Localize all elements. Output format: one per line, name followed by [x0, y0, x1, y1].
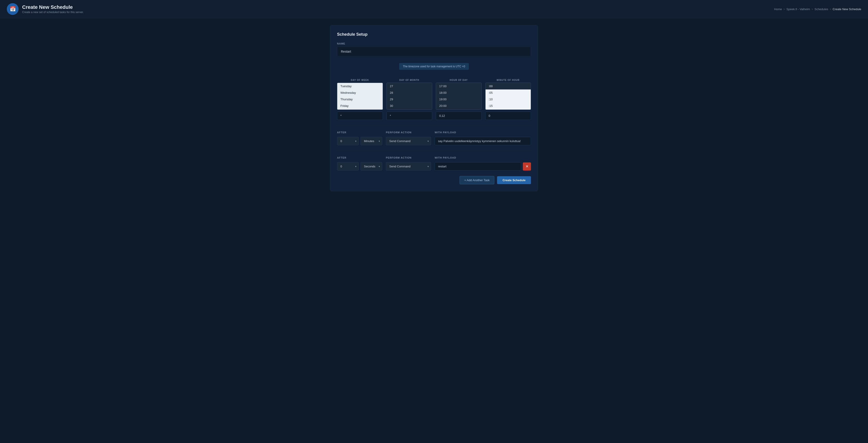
after-label-1: AFTER: [337, 131, 382, 134]
breadcrumb-sep-3: >: [830, 7, 831, 11]
create-schedule-button[interactable]: Create Schedule: [497, 176, 531, 184]
day-of-month-col: DAY OF MONTH 27 28 29 30 31: [386, 79, 432, 110]
name-input[interactable]: [337, 47, 531, 56]
list-item[interactable]: 21:00: [436, 109, 482, 110]
minute-of-hour-cron-input[interactable]: [485, 112, 531, 120]
payload-input-1[interactable]: [435, 137, 531, 145]
breadcrumb-server[interactable]: Speek.fi - Valheim: [786, 7, 810, 11]
cron-inputs: [337, 112, 531, 120]
hour-of-day-label: HOUR OF DAY: [436, 79, 482, 81]
minute-of-hour-col: MINUTE OF HOUR :00 :05 :10 :15 :20: [485, 79, 531, 110]
with-payload-label-2: WITH PAYLOAD: [435, 156, 531, 159]
list-item[interactable]: Tuesday: [337, 83, 383, 90]
task-row-labels-1: AFTER PERFORM ACTION WITH PAYLOAD: [337, 131, 531, 136]
day-of-week-label: DAY OF WEEK: [337, 79, 383, 81]
header-text: Create New Schedule Create a new set of …: [22, 4, 84, 14]
calendar-icon: 📅: [7, 3, 19, 15]
timezone-banner: The timezone used for task management is…: [399, 63, 469, 70]
list-item[interactable]: 27: [387, 83, 432, 90]
list-item[interactable]: :00: [486, 83, 531, 90]
list-item[interactable]: 28: [387, 90, 432, 96]
breadcrumb-sep-1: >: [783, 7, 785, 11]
list-item[interactable]: :10: [486, 96, 531, 103]
hour-of-day-cron-input[interactable]: [436, 112, 482, 120]
remove-task-button[interactable]: ✕: [523, 163, 531, 171]
list-item[interactable]: :15: [486, 103, 531, 109]
day-of-week-col: DAY OF WEEK Tuesday Wednesday Thursday F…: [337, 79, 383, 110]
after-label-2: AFTER: [337, 156, 382, 159]
name-field-group: NAME: [337, 42, 531, 56]
payload-group-1: [435, 137, 531, 145]
day-of-week-cron-input[interactable]: [337, 112, 383, 120]
timezone-wrap: The timezone used for task management is…: [337, 59, 531, 74]
payload-input-2[interactable]: [435, 162, 521, 171]
breadcrumb: Home > Speek.fi - Valheim > Schedules > …: [774, 7, 861, 11]
divider-1: [337, 125, 531, 126]
list-item[interactable]: 17:00: [436, 83, 482, 90]
with-payload-label-1: WITH PAYLOAD: [435, 131, 531, 134]
minute-of-hour-label: MINUTE OF HOUR: [485, 79, 531, 81]
card-title: Schedule Setup: [337, 32, 531, 37]
breadcrumb-current: Create New Schedule: [833, 7, 861, 11]
action-wrapper-2: Send Command Restart Server: [386, 162, 431, 171]
breadcrumb-sep-2: >: [811, 7, 813, 11]
day-of-week-list[interactable]: Tuesday Wednesday Thursday Friday Saturd…: [337, 83, 383, 110]
after-unit-select-2[interactable]: Seconds Minutes Hours: [361, 162, 382, 171]
after-value-wrapper-2: 0 5 10: [337, 162, 359, 171]
schedule-setup-card: Schedule Setup NAME The timezone used fo…: [330, 25, 538, 191]
after-value-select-1[interactable]: 0 5 10: [337, 137, 359, 145]
main-content: Schedule Setup NAME The timezone used fo…: [326, 18, 542, 198]
payload-group-2: ✕: [435, 162, 531, 171]
task-row-2: 0 5 10 Seconds Minutes Hours Send Comman…: [337, 162, 531, 171]
list-item[interactable]: 19:00: [436, 96, 482, 103]
after-unit-select-1[interactable]: Minutes Seconds Hours: [361, 137, 382, 145]
day-of-month-list[interactable]: 27 28 29 30 31: [386, 83, 432, 110]
list-item[interactable]: 31: [387, 109, 432, 110]
list-item[interactable]: 20:00: [436, 103, 482, 109]
perform-action-label-1: PERFORM ACTION: [386, 131, 431, 134]
task-row-1: 0 5 10 Minutes Seconds Hours Send Comman…: [337, 137, 531, 145]
after-group-2: 0 5 10 Seconds Minutes Hours: [337, 162, 382, 171]
action-select-2[interactable]: Send Command Restart Server: [386, 162, 431, 171]
breadcrumb-home[interactable]: Home: [774, 7, 782, 11]
hour-of-day-list[interactable]: 17:00 18:00 19:00 20:00 21:00: [436, 83, 482, 110]
list-item[interactable]: 29: [387, 96, 432, 103]
list-item[interactable]: Friday: [337, 103, 383, 109]
after-value-wrapper-1: 0 5 10: [337, 137, 359, 145]
perform-action-label-2: PERFORM ACTION: [386, 156, 431, 159]
page-title: Create New Schedule: [22, 4, 84, 10]
after-unit-wrapper-2: Seconds Minutes Hours: [361, 162, 382, 171]
day-of-month-cron-input[interactable]: [386, 112, 432, 120]
action-wrapper-1: Send Command Restart Server: [386, 137, 431, 145]
scheduler-grid: DAY OF WEEK Tuesday Wednesday Thursday F…: [337, 79, 531, 110]
day-of-month-label: DAY OF MONTH: [386, 79, 432, 81]
list-item[interactable]: Saturday: [337, 109, 383, 110]
page-subtitle: Create a new set of scheduled tasks for …: [22, 11, 84, 14]
after-group-1: 0 5 10 Minutes Seconds Hours: [337, 137, 382, 145]
task-row-labels-2: AFTER PERFORM ACTION WITH PAYLOAD: [337, 156, 531, 161]
hour-of-day-col: HOUR OF DAY 17:00 18:00 19:00 20:00 21:0…: [436, 79, 482, 110]
list-item[interactable]: :05: [486, 90, 531, 96]
minute-of-hour-list[interactable]: :00 :05 :10 :15 :20: [485, 83, 531, 110]
action-select-1[interactable]: Send Command Restart Server: [386, 137, 431, 145]
list-item[interactable]: Wednesday: [337, 90, 383, 96]
name-field-label: NAME: [337, 42, 531, 45]
footer-actions: + Add Another Task Create Schedule: [337, 176, 531, 184]
add-another-task-button[interactable]: + Add Another Task: [460, 176, 494, 184]
header-left: 📅 Create New Schedule Create a new set o…: [7, 3, 84, 15]
list-item[interactable]: 18:00: [436, 90, 482, 96]
after-value-select-2[interactable]: 0 5 10: [337, 162, 359, 171]
list-item[interactable]: Thursday: [337, 96, 383, 103]
after-unit-wrapper-1: Minutes Seconds Hours: [361, 137, 382, 145]
header: 📅 Create New Schedule Create a new set o…: [0, 0, 868, 18]
list-item[interactable]: 30: [387, 103, 432, 109]
breadcrumb-schedules[interactable]: Schedules: [814, 7, 828, 11]
list-item[interactable]: :20: [486, 109, 531, 110]
